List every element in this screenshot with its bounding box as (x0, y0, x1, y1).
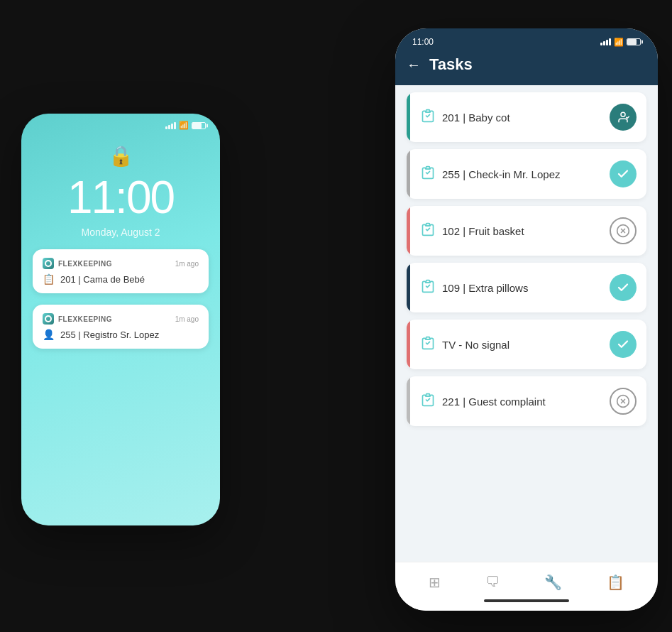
flexkeeping-logo-1 (43, 258, 54, 269)
left-status-bar: 📶 (21, 114, 220, 130)
tasks-title: Tasks (429, 55, 473, 74)
right-signal-icon (600, 38, 611, 45)
notification-card-1[interactable]: FLEXKEEPING 1m ago 📋 201 | Cama de Bebé (33, 249, 209, 293)
notif-header-2: FLEXKEEPING 1m ago (43, 313, 199, 325)
task-clipboard-icon-1 (421, 109, 435, 126)
task-action-4[interactable] (610, 274, 637, 301)
notif-brand-2: FLEXKEEPING (43, 313, 112, 325)
notif-header-1: FLEXKEEPING 1m ago (43, 258, 199, 269)
status-icons: 📶 (165, 121, 206, 130)
notification-card-2[interactable]: FLEXKEEPING 1m ago 👤 255 | Registro Sr. … (33, 305, 209, 349)
right-phone: 11:00 📶 ← Tasks 201 | Baby cot255 | Ch (395, 28, 658, 611)
nav-messages[interactable]: 🗨 (485, 574, 500, 591)
lock-screen-date: Monday, August 2 (81, 227, 160, 238)
right-wifi-icon: 📶 (614, 38, 624, 47)
notif-text-1: 201 | Cama de Bebé (60, 274, 145, 285)
task-color-bar-4 (407, 263, 410, 312)
right-status-bar: 11:00 📶 (395, 28, 658, 50)
clipboard-nav-icon: 📋 (607, 574, 624, 591)
flexkeeping-logo-2 (43, 313, 54, 325)
task-card-5[interactable]: TV - No signal (407, 320, 646, 369)
notif-content-2: 👤 255 | Registro Sr. Lopez (43, 329, 199, 340)
grid-icon: ⊞ (429, 574, 441, 591)
task-card-2[interactable]: 255 | Check-in Mr. Lopez (407, 149, 646, 199)
task-action-1[interactable] (610, 104, 637, 131)
task-text-6: 221 | Guest complaint (442, 396, 546, 408)
notif-content-1: 📋 201 | Cama de Bebé (43, 273, 199, 285)
svg-point-1 (621, 112, 625, 116)
task-clipboard-icon-5 (421, 336, 435, 354)
task-action-3[interactable] (610, 217, 637, 244)
notif-text-2: 255 | Registro Sr. Lopez (60, 329, 159, 340)
scene: 📶 🔒 11:00 Monday, August 2 FLEXKEEPING 1… (0, 0, 672, 632)
task-action-5[interactable] (610, 331, 637, 358)
nav-tasks[interactable]: 📋 (607, 574, 624, 591)
task-action-6[interactable] (610, 388, 637, 415)
task-clipboard-icon-4 (421, 279, 435, 297)
task-card-3[interactable]: 102 | Fruit basket (407, 206, 646, 256)
lock-icon: 🔒 (109, 144, 133, 168)
task-content-6: 221 | Guest complaint (417, 393, 601, 410)
lock-screen-time: 11:00 (67, 171, 174, 224)
task-clipboard-icon-6 (421, 393, 435, 410)
task-text-4: 109 | Extra pillows (442, 282, 528, 294)
right-status-icons: 📶 (600, 38, 641, 47)
task-content-4: 109 | Extra pillows (417, 279, 601, 297)
task-card-6[interactable]: 221 | Guest complaint (407, 376, 646, 426)
signal-icon (165, 122, 176, 129)
bottom-nav: ⊞ 🗨 🔧 📋 (407, 568, 646, 596)
task-color-bar-5 (407, 320, 410, 369)
task-color-bar-3 (407, 206, 410, 256)
battery-icon (192, 122, 206, 129)
task-content-5: TV - No signal (417, 336, 601, 354)
task-text-1: 201 | Baby cot (442, 111, 510, 124)
task-clipboard-icon-3 (421, 222, 435, 240)
task-content-3: 102 | Fruit basket (417, 222, 601, 240)
right-battery-icon (627, 38, 641, 45)
task-color-bar-6 (407, 376, 410, 426)
task-color-bar-2 (407, 149, 410, 199)
task-text-3: 102 | Fruit basket (442, 225, 524, 237)
wrench-icon: 🔧 (544, 574, 562, 591)
notif-time-1: 1m ago (175, 260, 199, 268)
messages-icon: 🗨 (485, 574, 500, 590)
tasks-list: 201 | Baby cot255 | Check-in Mr. Lopez10… (395, 85, 658, 562)
left-phone: 📶 🔒 11:00 Monday, August 2 FLEXKEEPING 1… (21, 114, 220, 525)
task-text-5: TV - No signal (442, 339, 509, 351)
nav-maintenance[interactable]: 🔧 (544, 574, 562, 591)
notif-brand-1: FLEXKEEPING (43, 258, 112, 269)
task-card-1[interactable]: 201 | Baby cot (407, 92, 646, 142)
right-header: ← Tasks (395, 50, 658, 85)
back-button[interactable]: ← (407, 57, 421, 73)
wifi-icon: 📶 (179, 121, 189, 130)
right-status-time: 11:00 (412, 37, 434, 47)
task-color-bar-1 (407, 92, 410, 142)
task-card-4[interactable]: 109 | Extra pillows (407, 263, 646, 312)
notif-time-2: 1m ago (175, 315, 199, 323)
notif-icon-1: 📋 (43, 273, 55, 285)
task-action-2[interactable] (610, 160, 637, 187)
task-content-1: 201 | Baby cot (417, 109, 601, 126)
nav-grid[interactable]: ⊞ (429, 574, 441, 591)
notif-icon-2: 👤 (43, 329, 55, 340)
task-content-2: 255 | Check-in Mr. Lopez (417, 165, 601, 183)
home-indicator (484, 599, 569, 602)
bottom-nav-container: ⊞ 🗨 🔧 📋 (395, 562, 658, 611)
task-clipboard-icon-2 (421, 165, 435, 183)
task-text-2: 255 | Check-in Mr. Lopez (442, 168, 560, 180)
